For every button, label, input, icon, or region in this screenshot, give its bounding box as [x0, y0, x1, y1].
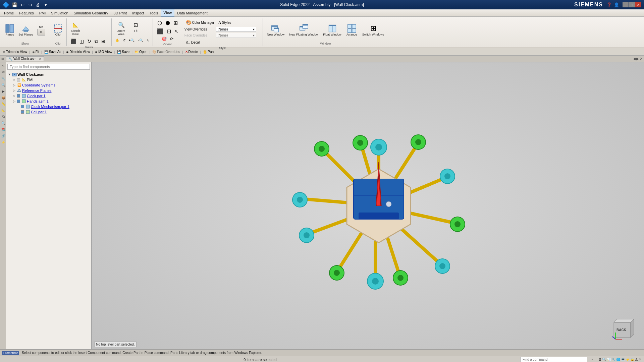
expand-clock[interactable]: ▷ — [12, 94, 16, 98]
orient-btn1[interactable]: ⬡ — [156, 19, 163, 27]
status-warning-icon[interactable]: ⚠ — [635, 358, 638, 361]
pan-tool-btn[interactable]: 🖐 Pan — [202, 49, 215, 54]
find-command-input[interactable] — [520, 357, 587, 362]
sidebar-icon-sensor[interactable]: ⚡ — [1, 139, 6, 145]
orient-btn2[interactable]: ⬢ — [164, 19, 171, 27]
sidebar-icon-measure[interactable]: 📏 — [1, 101, 6, 107]
tree-item-clock[interactable]: ▷ Clock.par:1 — [7, 93, 91, 99]
sidebar-icon-pmi2[interactable]: 📐 — [1, 108, 6, 113]
close-button[interactable]: ✕ — [635, 2, 641, 7]
panel-close-icon[interactable]: ✕ — [640, 57, 643, 61]
decal-button[interactable]: 🏷 Decal — [184, 39, 201, 46]
iso-view-btn[interactable]: ◈ ISO View — [94, 49, 114, 54]
tree-item-hands[interactable]: ▷ Hands.asm:1 — [7, 99, 91, 104]
view-cube[interactable]: BACK — [610, 316, 637, 343]
expand-root[interactable]: ▼ — [7, 72, 11, 76]
find-arrow-icon[interactable]: → — [590, 357, 594, 362]
minimize-button[interactable]: ─ — [623, 2, 629, 7]
open-btn[interactable]: 📂 Open — [133, 49, 149, 54]
pan-btn[interactable]: ✋ — [114, 38, 121, 43]
standard-views-button[interactable]: ⬛ — [69, 38, 77, 45]
face-overrides-tool-btn[interactable]: 🎨 Face Overrides — [151, 49, 181, 54]
switch-windows-button[interactable]: ⊞ Switch Windows — [361, 23, 386, 38]
face-overrides-dropdown[interactable]: (None) ▾ — [216, 33, 256, 38]
styles-button[interactable]: 𝐀 Styles — [217, 19, 232, 25]
orient-btn7[interactable]: ⟳ — [169, 36, 175, 42]
clip-button[interactable]: Clip — [52, 23, 64, 38]
sidebar-icon-layer[interactable]: ⧉ — [1, 114, 6, 119]
tree-item-coord[interactable]: ▷ 🔀 Coordinate Systems — [7, 82, 91, 88]
menu-inspect[interactable]: Inspect — [129, 9, 147, 16]
print-btn[interactable]: 🖨 — [35, 1, 41, 8]
status-icon8[interactable]: 🔒 — [630, 358, 634, 361]
orient-btn6[interactable]: 🎯 — [160, 36, 168, 42]
expand-coord[interactable]: ▷ — [12, 83, 16, 87]
view-more-button[interactable]: ⊞ — [100, 38, 107, 45]
menu-tools[interactable]: Tools — [147, 9, 161, 16]
menu-simulation[interactable]: Simulation — [48, 9, 71, 16]
account-btn[interactable]: 👤 — [613, 1, 620, 8]
tree-item-ref[interactable]: ▷ Reference Planes — [7, 88, 91, 93]
status-icon4[interactable]: 🔧 — [611, 358, 615, 361]
status-close-icon[interactable]: ✕ — [639, 358, 641, 361]
set-planes-button[interactable]: Set Planes — [17, 23, 35, 38]
cursor-btn[interactable]: ↖ — [173, 27, 180, 35]
tab-panel-icon1[interactable]: ⊞ — [1, 57, 4, 61]
save-as-btn[interactable]: 💾 Save As — [43, 49, 63, 54]
sidebar-icon-lib[interactable]: 📚 — [1, 127, 6, 132]
view-overrides-dropdown[interactable]: (None) ▾ — [216, 27, 256, 32]
orient-btn4[interactable]: ⬛ — [155, 27, 165, 35]
undo-btn[interactable]: ↩ — [19, 1, 26, 8]
fit-tool-btn[interactable]: ◈ Fit — [31, 49, 41, 54]
save-tool-btn[interactable]: 💾 Save — [116, 49, 131, 54]
menu-3dprint[interactable]: 3D Print — [111, 9, 129, 16]
wall-clock-tab[interactable]: 🔧 Wall Clock.asm ✕ — [6, 56, 44, 61]
float-window-button[interactable]: Float Window — [321, 23, 343, 38]
rotate3d-btn[interactable]: ↺ — [121, 38, 127, 43]
maximize-button[interactable]: □ — [629, 2, 635, 7]
hands-checkbox[interactable] — [17, 100, 20, 103]
save-quick-btn[interactable]: 💾 — [11, 1, 18, 8]
sidebar-icon-tools[interactable]: 🔧 — [1, 76, 6, 81]
expand-hands[interactable]: ▷ — [12, 99, 16, 103]
sidebar-icon-select[interactable]: ↖ — [1, 63, 6, 68]
status-icon2[interactable]: 🔍 — [602, 358, 606, 361]
menu-simulation-geometry[interactable]: Simulation Geometry — [71, 9, 111, 16]
delete-btn[interactable]: ✕ Delete — [184, 49, 200, 54]
trimetric-view-btn[interactable]: ◈ Trimetric View — [1, 49, 29, 54]
menu-view[interactable]: View — [161, 9, 174, 16]
view-toggle-button[interactable]: ⧉ — [93, 38, 99, 45]
collapse-right-icon[interactable]: ▶ — [636, 57, 639, 61]
expand-pmi[interactable]: ▷ — [12, 78, 16, 82]
sketch-view-button[interactable]: 📐 SketchView — [69, 19, 82, 37]
cell-checkbox[interactable] — [21, 110, 24, 114]
tab-close-icon[interactable]: ✕ — [39, 57, 42, 61]
menu-home[interactable]: Home — [1, 9, 16, 16]
orient-face-button[interactable]: ◫ — [78, 38, 85, 45]
new-floating-window-button[interactable]: New Floating Window — [287, 23, 320, 38]
qa-more-btn[interactable]: ▾ — [42, 1, 49, 8]
color-manager-button[interactable]: 🎨 Color Manager — [184, 19, 216, 26]
zoom-area-button[interactable]: 🔍 ZoomArea — [114, 19, 129, 37]
on-button[interactable]: On ⊡ — [36, 24, 47, 37]
expand-ref[interactable]: ▷ — [12, 88, 16, 93]
sidebar-icon-part[interactable]: 📦 — [1, 95, 6, 100]
tree-item-pmi[interactable]: ▷ ─ 📐 PMI — [7, 77, 91, 82]
tree-item-root[interactable]: ▼ Wall Clock.asm — [7, 72, 91, 77]
menu-features[interactable]: Features — [16, 9, 36, 16]
fit-button[interactable]: ⊡ Fit — [129, 19, 142, 37]
sidebar-icon-search[interactable]: 🔍 — [1, 120, 6, 126]
pmi-checkbox[interactable]: ─ — [17, 78, 20, 81]
sidebar-icon-inspect[interactable]: 🔍 — [1, 82, 6, 87]
tree-item-cell[interactable]: ▷ Cell.par:1 — [7, 109, 91, 115]
sidebar-icon-view[interactable]: 👁 — [1, 69, 6, 75]
menu-pmi[interactable]: PMI — [37, 9, 49, 16]
tree-item-mechanism[interactable]: ▷ Clock Mechanism.par:1 — [7, 104, 91, 109]
viewport[interactable]: No top level part selected. BACK — [92, 62, 644, 349]
new-window-button[interactable]: New Window — [265, 23, 286, 38]
mechanism-checkbox[interactable] — [21, 105, 24, 108]
help-btn[interactable]: ❓ — [606, 1, 612, 8]
status-icon3[interactable]: 📊 — [607, 358, 611, 361]
zoom-out-btn[interactable]: -🔍 — [137, 38, 144, 43]
status-icon6[interactable]: 💻 — [621, 358, 625, 361]
